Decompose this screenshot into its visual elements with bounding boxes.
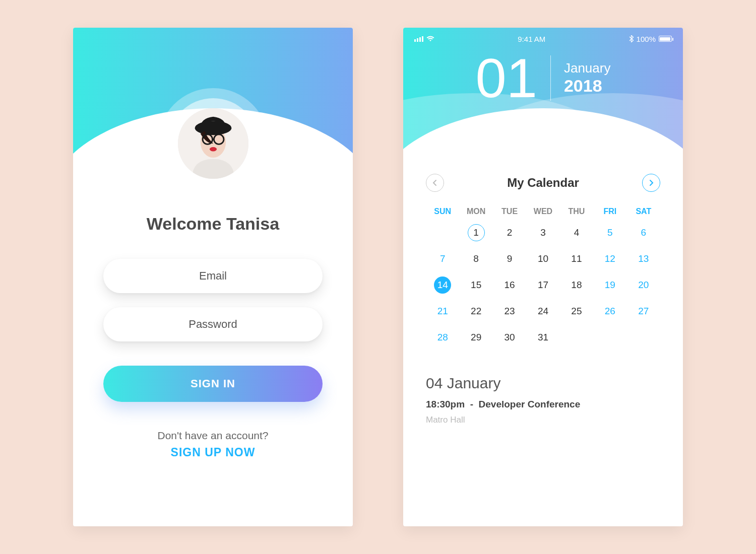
signup-link[interactable]: SIGN UP NOW [103, 446, 323, 459]
day-cell[interactable]: 2 [493, 223, 526, 242]
calendar-title: My Calendar [507, 176, 579, 190]
header-year: 2018 [564, 76, 611, 96]
weekday-label: FRI [593, 207, 626, 216]
weekday-label: TUE [493, 207, 526, 216]
day-cell[interactable]: 10 [526, 249, 559, 268]
calendar-header: 01 January 2018 [403, 28, 683, 159]
event-location: Matro Hall [426, 415, 660, 425]
bluetooth-icon [629, 35, 634, 42]
day-cell[interactable]: 25 [560, 302, 593, 321]
weekday-label: THU [560, 207, 593, 216]
weekday-row: SUNMONTUEWEDTHUFRISAT [426, 207, 660, 216]
header-month: January [564, 60, 611, 76]
days-grid: 1234567891011121314151617181920212223242… [426, 223, 660, 347]
status-bar: 9:41 AM 100% [403, 28, 683, 43]
event-block: 04 January 18:30pm - Developer Conferenc… [426, 375, 660, 425]
day-cell[interactable]: 18 [560, 275, 593, 295]
password-field[interactable] [103, 307, 323, 341]
svg-point-2 [195, 121, 231, 135]
day-cell[interactable]: 21 [426, 302, 459, 321]
day-cell[interactable]: 29 [459, 328, 492, 347]
event-detail: 18:30pm - Developer Conference [426, 399, 660, 410]
battery-percent: 100% [637, 35, 656, 43]
day-cell[interactable]: 14 [426, 275, 459, 295]
event-separator: - [470, 399, 473, 409]
day-cell[interactable]: 26 [593, 302, 626, 321]
day-cell[interactable]: 23 [493, 302, 526, 321]
chevron-right-icon [649, 179, 654, 186]
avatar-ring-inner [168, 98, 259, 189]
day-cell[interactable]: 20 [627, 275, 660, 295]
login-screen: Welcome Tanisa SIGN IN Don't have an acc… [73, 28, 353, 526]
day-cell[interactable]: 7 [426, 249, 459, 268]
day-cell[interactable]: 17 [526, 275, 559, 295]
signin-button[interactable]: SIGN IN [103, 366, 323, 402]
day-cell[interactable]: 3 [526, 223, 559, 242]
day-cell[interactable]: 8 [459, 249, 492, 268]
email-field[interactable] [103, 259, 323, 293]
no-account-text: Don't have an account? [103, 430, 323, 442]
avatar-ring-outer [158, 88, 269, 199]
signal-icon [414, 36, 423, 42]
day-cell[interactable]: 19 [593, 275, 626, 295]
day-cell[interactable]: 9 [493, 249, 526, 268]
avatar-image [178, 108, 248, 179]
wifi-icon [426, 36, 434, 42]
day-cell[interactable]: 1 [459, 223, 492, 242]
event-time: 18:30pm [426, 399, 465, 409]
weekday-label: SAT [627, 207, 660, 216]
battery-icon [659, 36, 672, 42]
day-cell[interactable]: 28 [426, 328, 459, 347]
header-divider [550, 55, 551, 101]
day-cell[interactable]: 31 [526, 328, 559, 347]
avatar[interactable] [178, 108, 248, 179]
weekday-label: SUN [426, 207, 459, 216]
welcome-heading: Welcome Tanisa [103, 214, 323, 234]
calendar-screen: 9:41 AM 100% 01 January 2018 My Calendar [403, 28, 683, 526]
event-name: Developer Conference [479, 399, 581, 409]
event-date: 04 January [426, 375, 660, 392]
day-cell[interactable]: 16 [493, 275, 526, 295]
day-cell[interactable]: 30 [493, 328, 526, 347]
day-cell[interactable]: 5 [593, 223, 626, 242]
status-time: 9:41 AM [518, 35, 545, 43]
weekday-label: WED [526, 207, 559, 216]
day-cell[interactable]: 15 [459, 275, 492, 295]
day-cell[interactable]: 11 [560, 249, 593, 268]
day-cell [560, 328, 593, 347]
day-cell[interactable]: 13 [627, 249, 660, 268]
chevron-left-icon [432, 179, 437, 186]
day-cell[interactable]: 27 [627, 302, 660, 321]
next-month-button[interactable] [642, 174, 660, 192]
day-cell [593, 328, 626, 347]
weekday-label: MON [459, 207, 492, 216]
day-cell[interactable]: 4 [560, 223, 593, 242]
day-cell[interactable]: 12 [593, 249, 626, 268]
day-cell[interactable]: 6 [627, 223, 660, 242]
prev-month-button[interactable] [426, 174, 444, 192]
day-cell[interactable]: 22 [459, 302, 492, 321]
svg-point-6 [210, 147, 217, 151]
day-cell [426, 223, 459, 242]
day-cell [627, 328, 660, 347]
day-cell[interactable]: 24 [526, 302, 559, 321]
